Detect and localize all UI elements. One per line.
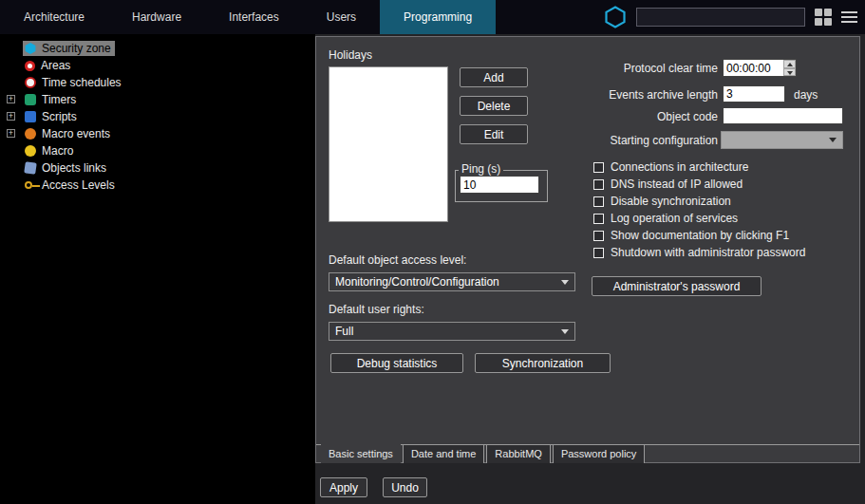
menu-hardware[interactable]: Hardware (108, 0, 205, 34)
checkbox-label: Disable synchronization (611, 195, 731, 208)
expand-toggle-icon[interactable] (7, 112, 15, 121)
checkbox-icon[interactable] (593, 179, 604, 190)
events-archive-input[interactable] (723, 85, 785, 103)
menu-interfaces[interactable]: Interfaces (205, 0, 303, 34)
timers-icon (25, 94, 36, 105)
tree-label: Security zone (42, 42, 111, 55)
tree-item-macro[interactable]: Macro (0, 142, 315, 159)
time-spinner (783, 60, 796, 76)
menu-architecture[interactable]: Architecture (0, 0, 108, 34)
checkbox-icon[interactable] (593, 248, 604, 258)
menu-programming[interactable]: Programming (380, 0, 496, 34)
checkbox-connections-in-architecture[interactable]: Connections in architecture (593, 160, 748, 174)
tree-item-timers[interactable]: Timers (0, 91, 315, 108)
protocol-clear-time-field (723, 59, 797, 77)
ping-label: Ping (s) (459, 162, 503, 176)
holidays-listbox[interactable] (329, 66, 448, 222)
tree-item-areas[interactable]: Areas (0, 57, 315, 74)
checkbox-label: DNS instead of IP allowed (611, 177, 743, 191)
dropdown-value: Full (335, 325, 557, 338)
holidays-label: Holidays (329, 48, 372, 62)
tree-label: Areas (41, 59, 70, 72)
expand-toggle-icon[interactable] (7, 129, 15, 138)
grid-icon[interactable] (815, 9, 832, 26)
checkbox-label: Shutdown with administrator password (611, 246, 805, 259)
protocol-clear-time-label: Protocol clear time (528, 62, 718, 75)
synchronization-button[interactable]: Synchronization (475, 353, 611, 373)
edit-button[interactable]: Edit (460, 124, 528, 144)
macro-icon (25, 145, 36, 157)
days-suffix-label: days (794, 88, 818, 102)
checkbox-label: Connections in architecture (611, 160, 748, 174)
tree-label: Time schedules (42, 76, 122, 89)
ping-group: Ping (s) (455, 170, 548, 202)
chevron-down-icon (561, 280, 569, 285)
debug-statistics-button[interactable]: Debug statistics (330, 353, 463, 373)
default-user-rights-label: Default user rights: (329, 303, 424, 316)
administrators-password-button[interactable]: Administrator's password (592, 276, 762, 296)
events-archive-label: Events archive length (528, 88, 718, 102)
tree-label: Timers (42, 93, 76, 106)
search-input[interactable] (636, 8, 805, 27)
tree-label: Scripts (42, 110, 77, 123)
tree-item-time-schedules[interactable]: Time schedules (0, 74, 315, 91)
apply-button[interactable]: Apply (320, 477, 367, 497)
tree-item-access-levels[interactable]: Access Levels (0, 177, 315, 194)
spinner-down-icon[interactable] (783, 68, 796, 77)
areas-icon (25, 61, 35, 71)
settings-panel: Holidays Add Delete Edit Ping (s) Protoc… (315, 36, 860, 463)
checkbox-shutdown-with-admin-password[interactable]: Shutdown with administrator password (593, 246, 805, 259)
tree-item-objects-links[interactable]: Objects links (0, 159, 315, 177)
checkbox-dns-instead-of-ip[interactable]: DNS instead of IP allowed (593, 177, 743, 191)
checkbox-icon[interactable] (593, 231, 604, 241)
checkbox-show-documentation-f1[interactable]: Show documentation by clicking F1 (593, 229, 789, 242)
main-menu: Architecture Hardware Interfaces Users P… (0, 0, 496, 34)
starting-configuration-dropdown[interactable] (721, 131, 843, 149)
objects-links-icon (24, 161, 37, 175)
checkbox-icon[interactable] (593, 162, 604, 173)
settings-tabstrip: Basic settings Date and time RabbitMQ Pa… (316, 444, 859, 464)
hexagon-logo-icon (604, 5, 627, 29)
checkbox-label: Log operation of services (611, 212, 738, 225)
chevron-down-icon (829, 138, 837, 142)
access-levels-icon (25, 181, 32, 189)
tree-item-scripts[interactable]: Scripts (0, 108, 315, 125)
add-button[interactable]: Add (460, 67, 528, 87)
ping-input[interactable] (460, 176, 539, 194)
default-user-rights-dropdown[interactable]: Full (329, 322, 575, 341)
tree-label: Macro (42, 144, 73, 158)
tree-item-security-zone[interactable]: Security zone (0, 40, 315, 57)
tab-date-and-time[interactable]: Date and time (403, 445, 484, 464)
checkbox-label: Show documentation by clicking F1 (611, 229, 789, 242)
object-code-input[interactable] (723, 107, 843, 124)
expand-toggle-icon[interactable] (7, 95, 15, 103)
macro-events-icon (25, 128, 36, 140)
delete-button[interactable]: Delete (460, 96, 528, 116)
sidebar-tree: Security zone Areas Time schedules Timer… (0, 34, 315, 504)
top-menu-bar: Architecture Hardware Interfaces Users P… (0, 0, 865, 34)
menu-users[interactable]: Users (303, 0, 380, 34)
checkbox-icon[interactable] (593, 214, 604, 224)
undo-button[interactable]: Undo (383, 477, 427, 497)
hamburger-icon[interactable] (841, 11, 857, 23)
tab-password-policy[interactable]: Password policy (553, 445, 645, 464)
tab-rabbitmq[interactable]: RabbitMQ (486, 445, 551, 464)
checkbox-log-operation-of-services[interactable]: Log operation of services (593, 212, 738, 225)
default-access-level-dropdown[interactable]: Monitoring/Control/Configuration (329, 272, 575, 291)
tab-basic-settings[interactable]: Basic settings (321, 444, 401, 463)
dropdown-value: Monitoring/Control/Configuration (335, 275, 557, 289)
topbar-right (604, 0, 857, 34)
spinner-up-icon[interactable] (783, 60, 796, 68)
starting-configuration-label: Starting configuration (528, 134, 718, 147)
checkbox-icon[interactable] (593, 196, 604, 207)
scripts-icon (25, 111, 36, 122)
security-zone-icon (25, 43, 36, 54)
tree-label: Macro events (42, 127, 110, 140)
time-schedules-icon (25, 77, 36, 88)
object-code-label: Object code (528, 110, 718, 123)
chevron-down-icon (561, 329, 569, 334)
tree-item-macro-events[interactable]: Macro events (0, 125, 315, 142)
tree-label: Objects links (42, 161, 106, 175)
tree-label: Access Levels (42, 178, 115, 192)
checkbox-disable-synchronization[interactable]: Disable synchronization (593, 195, 731, 208)
